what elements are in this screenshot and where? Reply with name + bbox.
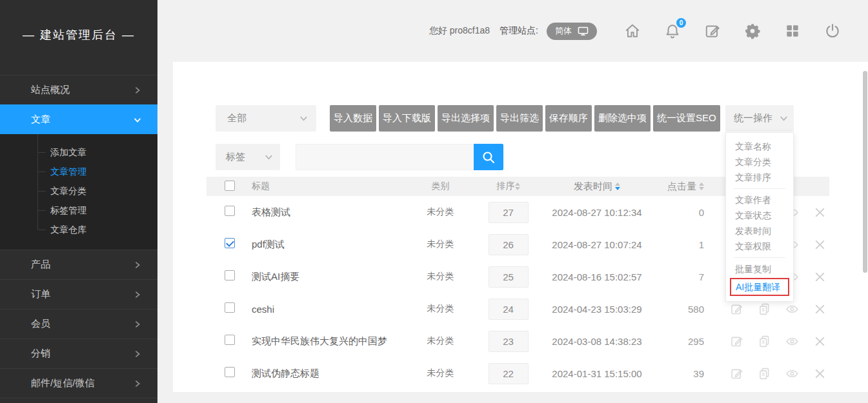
col-sort[interactable]: 排序 <box>474 181 542 192</box>
col-clicks[interactable]: 点击量 <box>652 181 713 193</box>
articles-submenu: 添加文章 文章管理 文章分类 标签管理 文章仓库 <box>0 134 157 250</box>
apps-grid-icon[interactable] <box>784 23 801 39</box>
copy-icon[interactable] <box>758 367 771 380</box>
row-publish-time: 2024-04-23 15:03:29 <box>542 304 652 315</box>
chevron-down-icon <box>299 113 308 123</box>
copy-icon[interactable] <box>758 335 771 348</box>
row-title[interactable]: 测试伪静态标题 <box>252 368 407 380</box>
settings-gear-icon[interactable] <box>744 23 761 39</box>
sidebar-item-mail-sms-wechat[interactable]: 邮件/短信/微信 <box>0 368 157 398</box>
edit-icon[interactable] <box>704 23 721 39</box>
notifications-bell-icon[interactable]: 0 <box>664 23 681 39</box>
sidebar-nav: 站点概况 文章 添加文章 文章管理 文章分类 标签管理 文章仓库 产品 订单 <box>0 75 157 403</box>
vertical-scrollbar[interactable] <box>863 71 867 273</box>
menu-item-article-category[interactable]: 文章分类 <box>726 154 793 170</box>
sidebar-subitem-add-article[interactable]: 添加文章 <box>0 143 157 162</box>
sidebar-subitem-tag-manage[interactable]: 标签管理 <box>0 201 157 220</box>
menu-item-article-status[interactable]: 文章状态 <box>726 208 793 223</box>
row-category: 未分类 <box>407 335 474 347</box>
chevron-right-icon <box>133 379 142 388</box>
export-filtered-button[interactable]: 导出筛选 <box>496 105 543 132</box>
delete-x-icon[interactable] <box>813 206 827 219</box>
menu-item-article-author[interactable]: 文章作者 <box>726 192 793 208</box>
row-actions <box>713 367 829 380</box>
view-eye-icon[interactable] <box>785 335 799 348</box>
sidebar-item-distribution[interactable]: 分销 <box>0 339 157 368</box>
copy-icon[interactable] <box>758 302 771 316</box>
row-sort-input[interactable]: 25 <box>489 266 529 288</box>
sort-time-icon[interactable] <box>615 182 620 190</box>
language-toggle[interactable]: 简体 <box>547 23 597 40</box>
menu-item-article-name[interactable]: 文章名称 <box>726 139 793 154</box>
tag-filter-select[interactable]: 标签 <box>216 144 280 170</box>
col-publish-time[interactable]: 发表时间 <box>542 181 652 193</box>
row-sort-input[interactable]: 26 <box>489 234 529 255</box>
delete-selected-button[interactable]: 删除选中项 <box>594 105 651 132</box>
row-clicks: 295 <box>652 336 713 347</box>
row-checkbox[interactable] <box>225 367 235 377</box>
sidebar-item-orders[interactable]: 订单 <box>0 279 157 309</box>
row-title[interactable]: ceshi <box>252 304 407 315</box>
row-title[interactable]: 测试AI摘要 <box>252 271 407 283</box>
import-data-button[interactable]: 导入数据 <box>330 105 376 132</box>
search-button[interactable] <box>474 144 503 170</box>
sidebar-subitem-article-manage[interactable]: 文章管理 <box>0 162 157 181</box>
row-checkbox[interactable] <box>225 238 235 248</box>
delete-x-icon[interactable] <box>813 270 827 284</box>
menu-item-batch-copy[interactable]: 批量复制 <box>726 261 793 277</box>
delete-x-icon[interactable] <box>813 335 827 348</box>
export-selected-button[interactable]: 导出选择项 <box>438 105 494 132</box>
row-sort-input[interactable]: 27 <box>489 202 529 223</box>
row-publish-time: 2024-08-27 10:07:24 <box>542 239 652 250</box>
delete-x-icon[interactable] <box>813 302 827 316</box>
chevron-right-icon <box>133 86 142 95</box>
row-checkbox[interactable] <box>225 302 235 313</box>
topbar: 您好 pro8cf1a8 管理站点: 简体 0 <box>157 0 868 62</box>
set-seo-button[interactable]: 统一设置SEO <box>653 105 720 132</box>
menu-item-article-permission[interactable]: 文章权限 <box>726 239 793 254</box>
menu-item-article-sort[interactable]: 文章排序 <box>726 170 793 185</box>
row-clicks: 1 <box>652 239 713 250</box>
bulk-action-select[interactable]: 统一操作 <box>725 105 794 132</box>
sidebar-item-articles[interactable]: 文章 <box>0 104 157 134</box>
row-checkbox[interactable] <box>225 270 235 280</box>
sort-order-icon[interactable] <box>515 182 520 190</box>
app-root: — 建站管理后台 — 站点概况 文章 添加文章 文章管理 文章分类 标签管理 文… <box>0 0 868 403</box>
row-title[interactable]: pdf测试 <box>252 239 407 251</box>
row-title[interactable]: 实现中华民族伟大复兴的中国梦 <box>252 335 407 348</box>
sidebar-subitem-article-repo[interactable]: 文章仓库 <box>0 220 157 239</box>
delete-x-icon[interactable] <box>813 367 827 380</box>
menu-item-ai-batch-translate[interactable]: AI批量翻译 <box>730 278 789 296</box>
row-checkbox[interactable] <box>225 206 235 216</box>
home-icon[interactable] <box>624 23 641 39</box>
sidebar-subitem-article-category[interactable]: 文章分类 <box>0 181 157 201</box>
sort-clicks-icon[interactable] <box>699 182 704 190</box>
sidebar-item-products[interactable]: 产品 <box>0 250 157 279</box>
col-title: 标题 <box>252 181 407 192</box>
sidebar-item-site-overview[interactable]: 站点概况 <box>0 75 157 104</box>
category-filter-select[interactable]: 全部 <box>216 105 316 132</box>
save-order-button[interactable]: 保存顺序 <box>545 105 592 132</box>
delete-x-icon[interactable] <box>813 238 827 251</box>
row-sort-input[interactable]: 22 <box>489 363 529 384</box>
row-title[interactable]: 表格测试 <box>252 206 407 219</box>
row-sort-input[interactable]: 23 <box>489 331 529 352</box>
power-logout-icon[interactable] <box>824 23 841 39</box>
notification-badge: 0 <box>676 18 686 28</box>
select-all-checkbox[interactable] <box>225 181 235 191</box>
view-eye-icon[interactable] <box>785 367 799 380</box>
view-eye-icon[interactable] <box>785 302 799 316</box>
edit-icon[interactable] <box>730 302 743 316</box>
import-download-button[interactable]: 导入下载版 <box>379 105 435 132</box>
edit-icon[interactable] <box>730 335 743 348</box>
user-greeting: 您好 pro8cf1a8 <box>429 25 490 37</box>
sidebar-item-members[interactable]: 会员 <box>0 309 157 339</box>
edit-icon[interactable] <box>730 367 743 380</box>
menu-item-publish-time[interactable]: 发表时间 <box>726 223 793 239</box>
row-checkbox[interactable] <box>225 335 235 345</box>
search-input[interactable] <box>296 144 474 170</box>
row-actions <box>713 302 829 316</box>
row-sort-input[interactable]: 24 <box>489 299 529 320</box>
manage-site-label: 管理站点: <box>500 25 538 37</box>
chevron-down-icon <box>779 113 789 123</box>
